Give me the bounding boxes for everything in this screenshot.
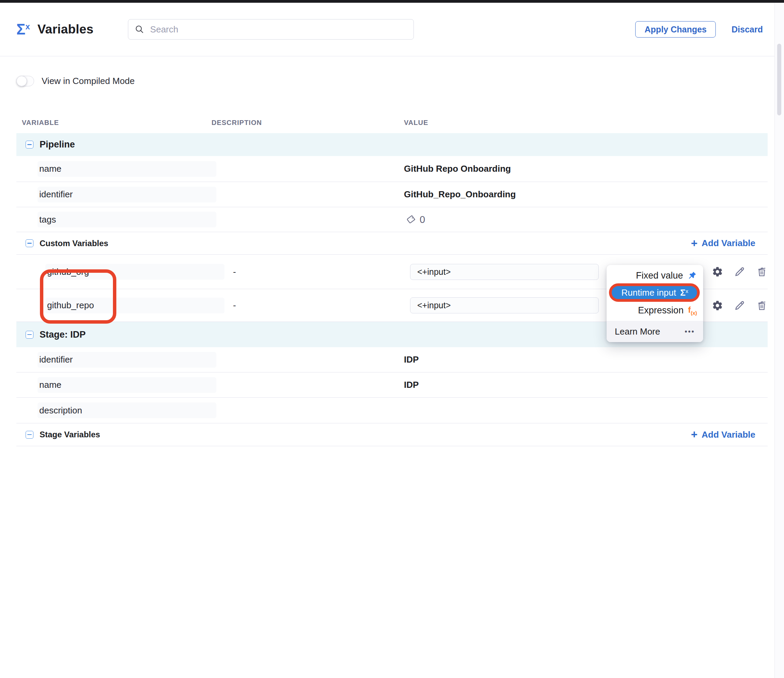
column-variable: VARIABLE	[16, 119, 212, 127]
pin-icon	[688, 271, 697, 280]
dropdown-item-expression[interactable]: Expression f(x)	[607, 302, 703, 318]
table-row-stage-description: description	[16, 398, 768, 423]
row-label-pill: identifier	[37, 352, 216, 368]
dropdown-item-runtime-input[interactable]: Runtime input Σx	[611, 286, 699, 299]
row-label-pill: tags	[37, 212, 216, 228]
toggle-knob	[16, 76, 27, 86]
sigma-x-icon: Σx	[16, 22, 30, 37]
section-title-pipeline: Pipeline	[40, 139, 75, 150]
dropdown-footer: Learn More •••	[607, 321, 703, 342]
variables-panel: Σx Variables Apply Changes Discard View …	[0, 0, 784, 678]
collapse-icon-stage-idp[interactable]	[26, 331, 33, 339]
plus-icon: +	[691, 238, 697, 249]
variable-name-github-repo: github_repo	[47, 300, 94, 311]
row-label-pill: identifier	[37, 187, 216, 203]
plus-icon: +	[691, 429, 697, 440]
pipeline-identifier-value: GitHub_Repo_Onboarding	[403, 189, 768, 200]
tag-icon	[405, 214, 416, 225]
vertical-scrollbar[interactable]	[775, 3, 784, 678]
edit-icon[interactable]	[734, 300, 745, 311]
value-type-dropdown: Fixed value Runtime input Σx Expression …	[607, 265, 703, 342]
group-title-stage-variables: Stage Variables	[40, 430, 100, 440]
row-label-pill: name	[37, 161, 216, 177]
collapse-icon-stage-variables[interactable]	[26, 431, 33, 439]
table-row-pipeline-tags: tags 0	[16, 207, 768, 232]
search-input[interactable]	[149, 24, 408, 35]
search-box[interactable]	[128, 19, 414, 40]
delete-icon[interactable]	[756, 266, 768, 277]
table-row-pipeline-identifier: identifier GitHub_Repo_Onboarding	[16, 182, 768, 207]
settings-icon[interactable]	[712, 266, 723, 277]
table-header: VARIABLE DESCRIPTION VALUE	[16, 90, 768, 133]
dropdown-item-fixed-value[interactable]: Fixed value	[607, 268, 703, 284]
sigma-x-icon: Σx	[680, 288, 689, 297]
value-input-github-org[interactable]: <+input>	[410, 264, 599, 280]
add-variable-button-custom[interactable]: + Add Variable	[403, 238, 768, 249]
more-options-dots-icon[interactable]: •••	[685, 328, 695, 335]
variable-description: -	[212, 267, 403, 277]
page-title: Variables	[37, 22, 93, 36]
settings-icon[interactable]	[712, 300, 723, 311]
collapse-icon-custom-variables[interactable]	[26, 239, 33, 247]
panel-header: Σx Variables Apply Changes Discard	[0, 3, 784, 56]
column-description: DESCRIPTION	[212, 119, 403, 127]
section-row-pipeline: Pipeline	[16, 133, 768, 156]
group-row-stage-variables: Stage Variables + Add Variable	[16, 423, 768, 446]
edit-icon[interactable]	[734, 266, 745, 277]
table-row-pipeline-name: name GitHub Repo Onboarding	[16, 156, 768, 182]
row-label-pill: github_repo	[45, 298, 224, 313]
column-value: VALUE	[403, 119, 768, 127]
search-icon	[134, 24, 145, 34]
pipeline-name-value: GitHub Repo Onboarding	[403, 164, 768, 174]
value-input-github-repo[interactable]: <+input>	[410, 297, 599, 313]
group-row-custom-variables: Custom Variables + Add Variable	[16, 232, 768, 255]
table-row-stage-identifier: identifier IDP	[16, 347, 768, 373]
add-variable-button-stage[interactable]: + Add Variable	[403, 429, 768, 440]
variable-name-github-org: github_org	[47, 267, 89, 277]
learn-more-link[interactable]: Learn More	[615, 326, 660, 337]
discard-button[interactable]: Discard	[731, 25, 763, 34]
tags-count: 0	[420, 214, 425, 225]
table-row-stage-name: name IDP	[16, 373, 768, 398]
row-label-pill: description	[37, 402, 216, 418]
stage-name-value: IDP	[403, 380, 768, 390]
row-label-pill: github_org	[45, 264, 224, 280]
collapse-icon-pipeline[interactable]	[26, 141, 33, 148]
group-title-custom-variables: Custom Variables	[40, 238, 108, 248]
window-top-strip	[0, 0, 784, 3]
delete-icon[interactable]	[756, 300, 768, 311]
stage-identifier-value: IDP	[403, 354, 768, 365]
variable-description: -	[212, 300, 403, 311]
scrollbar-thumb[interactable]	[777, 44, 781, 115]
apply-changes-button[interactable]: Apply Changes	[635, 21, 716, 37]
compiled-mode-label: View in Compiled Mode	[42, 76, 135, 86]
section-title-stage-idp: Stage: IDP	[40, 329, 86, 340]
row-label-pill: name	[37, 377, 216, 393]
compiled-mode-toggle[interactable]	[16, 76, 34, 86]
expression-fx-icon: f(x)	[688, 305, 697, 316]
